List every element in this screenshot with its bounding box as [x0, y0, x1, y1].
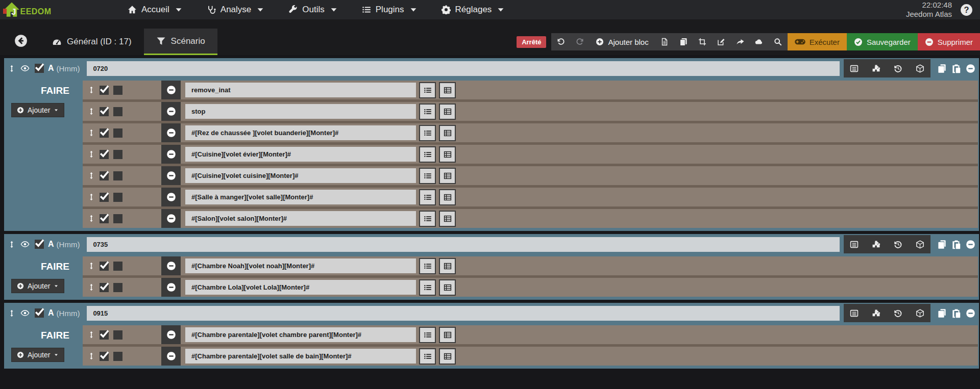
action-command-input[interactable]	[185, 125, 416, 140]
cube-icon[interactable]	[916, 240, 924, 249]
delete-button[interactable]: Supprimer	[918, 33, 980, 50]
block-enabled-checkbox[interactable]	[35, 64, 44, 73]
remove-action-button[interactable]	[161, 278, 181, 297]
puzzle-icon[interactable]	[872, 309, 880, 318]
copy-icon[interactable]	[937, 64, 947, 73]
remove-action-button[interactable]	[161, 102, 181, 121]
paste-icon[interactable]	[951, 308, 961, 318]
puzzle-icon[interactable]	[872, 240, 880, 249]
remove-action-button[interactable]	[161, 81, 181, 99]
action-secondary-checkbox[interactable]	[113, 107, 122, 116]
copy-icon[interactable]	[937, 240, 947, 249]
back-button[interactable]	[14, 34, 28, 47]
action-list-button[interactable]	[419, 103, 436, 120]
action-select-command-button[interactable]	[439, 211, 456, 227]
menu-accueil[interactable]: Accueil	[128, 5, 183, 15]
remove-action-button[interactable]	[161, 256, 181, 275]
action-enabled-checkbox[interactable]	[100, 107, 109, 116]
action-command-input[interactable]	[185, 147, 416, 162]
action-select-command-button[interactable]	[439, 348, 456, 365]
action-secondary-checkbox[interactable]	[113, 214, 122, 223]
log-button[interactable]	[655, 33, 674, 50]
tab-general[interactable]: Général (ID : 17)	[40, 29, 144, 55]
move-vertical-icon[interactable]	[88, 351, 95, 361]
cube-icon[interactable]	[916, 309, 924, 318]
action-command-input[interactable]	[185, 104, 416, 119]
block-enabled-checkbox[interactable]	[35, 308, 44, 318]
action-command-input[interactable]	[185, 258, 416, 273]
move-vertical-icon[interactable]	[88, 107, 95, 116]
action-command-input[interactable]	[185, 280, 416, 295]
action-select-command-button[interactable]	[439, 189, 456, 205]
block-time-input[interactable]	[87, 61, 840, 76]
tab-scenario[interactable]: Scénario	[144, 29, 217, 55]
action-command-input[interactable]	[185, 168, 416, 183]
history-icon[interactable]	[894, 309, 902, 318]
list-alt-icon[interactable]	[850, 240, 859, 249]
action-list-button[interactable]	[419, 211, 436, 227]
action-secondary-checkbox[interactable]	[113, 193, 122, 202]
action-command-input[interactable]	[185, 327, 416, 342]
action-enabled-checkbox[interactable]	[100, 262, 109, 271]
search-button[interactable]	[769, 33, 788, 50]
save-button[interactable]: Sauvegarder	[847, 33, 918, 50]
cube-icon[interactable]	[916, 64, 924, 73]
add-action-button[interactable]: Ajouter	[11, 279, 64, 293]
action-secondary-checkbox[interactable]	[113, 86, 122, 95]
jeedom-logo[interactable]: J EEDOM	[0, 1, 117, 18]
history-icon[interactable]	[894, 240, 902, 249]
action-select-command-button[interactable]	[439, 279, 456, 296]
add-action-button[interactable]: Ajouter	[11, 103, 64, 117]
undo-button[interactable]	[551, 33, 570, 50]
action-list-button[interactable]	[419, 258, 436, 274]
action-list-button[interactable]	[419, 168, 436, 184]
menu-plugins[interactable]: Plugins	[362, 5, 418, 15]
add-action-button[interactable]: Ajouter	[11, 348, 64, 362]
action-select-command-button[interactable]	[439, 125, 456, 141]
action-select-command-button[interactable]	[439, 103, 456, 120]
move-vertical-icon[interactable]	[88, 282, 95, 292]
list-alt-icon[interactable]	[850, 64, 859, 73]
duplicate-button[interactable]	[674, 33, 693, 50]
share-button[interactable]	[731, 33, 750, 50]
move-vertical-icon[interactable]	[88, 128, 95, 138]
action-select-command-button[interactable]	[439, 168, 456, 184]
action-secondary-checkbox[interactable]	[113, 262, 122, 271]
action-select-command-button[interactable]	[439, 258, 456, 274]
eye-icon[interactable]	[19, 64, 31, 73]
action-enabled-checkbox[interactable]	[100, 193, 109, 202]
copy-icon[interactable]	[937, 308, 947, 318]
action-command-input[interactable]	[185, 349, 416, 364]
remove-action-button[interactable]	[161, 123, 181, 142]
action-list-button[interactable]	[419, 348, 436, 365]
action-secondary-checkbox[interactable]	[113, 150, 122, 159]
menu-analyse[interactable]: Analyse	[207, 5, 265, 15]
block-time-input[interactable]	[87, 306, 840, 321]
crop-button[interactable]	[693, 33, 712, 50]
history-icon[interactable]	[894, 64, 902, 73]
action-enabled-checkbox[interactable]	[100, 330, 109, 340]
list-alt-icon[interactable]	[850, 309, 859, 318]
action-secondary-checkbox[interactable]	[113, 171, 122, 180]
block-time-input[interactable]	[87, 237, 840, 252]
menu-reglages[interactable]: Réglages	[442, 5, 506, 15]
move-vertical-icon[interactable]	[88, 330, 95, 340]
move-vertical-icon[interactable]	[8, 309, 15, 318]
action-command-input[interactable]	[185, 83, 416, 97]
action-enabled-checkbox[interactable]	[100, 86, 109, 95]
action-list-button[interactable]	[419, 189, 436, 205]
action-list-button[interactable]	[419, 279, 436, 296]
minus-circle-icon[interactable]	[966, 64, 975, 73]
action-enabled-checkbox[interactable]	[100, 214, 109, 223]
eye-icon[interactable]	[19, 240, 31, 249]
action-secondary-checkbox[interactable]	[113, 352, 122, 361]
remove-action-button[interactable]	[161, 188, 181, 206]
action-command-input[interactable]	[185, 190, 416, 204]
action-list-button[interactable]	[419, 82, 436, 98]
add-block-button[interactable]: Ajouter bloc	[589, 33, 655, 50]
action-select-command-button[interactable]	[439, 82, 456, 98]
action-select-command-button[interactable]	[439, 146, 456, 163]
minus-circle-icon[interactable]	[966, 240, 975, 249]
move-vertical-icon[interactable]	[88, 261, 95, 271]
move-vertical-icon[interactable]	[88, 149, 95, 159]
